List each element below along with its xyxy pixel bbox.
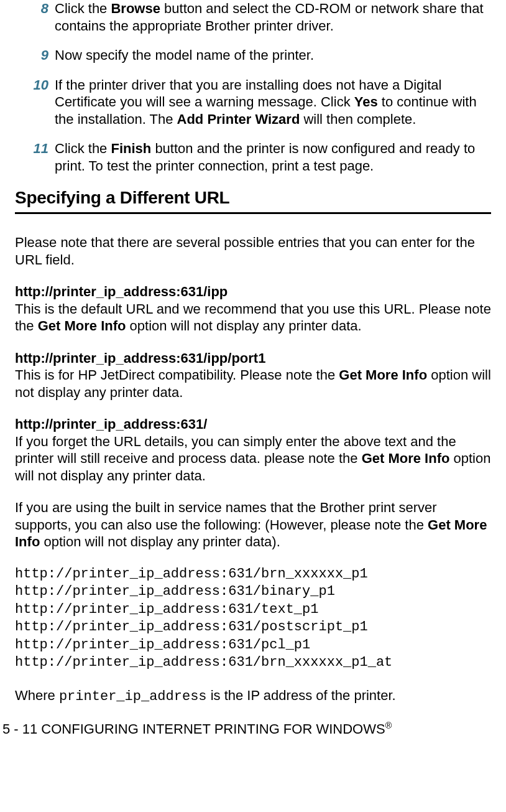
where-code: printer_ip_address (59, 689, 207, 704)
step-number: 8 (25, 0, 55, 34)
url-block-root: http://printer_ip_address:631/ If you fo… (15, 416, 491, 484)
step-9: 9 Now specify the model name of the prin… (25, 47, 491, 64)
builtin-note: If you are using the built in service na… (15, 499, 491, 551)
heading-rule (15, 212, 491, 214)
step-text: Now specify the model name of the printe… (55, 47, 491, 64)
code-line: http://printer_ip_address:631/brn_xxxxxx… (15, 566, 368, 582)
url-title: http://printer_ip_address:631/ipp (15, 283, 491, 301)
url-block-ipp: http://printer_ip_address:631/ipp This i… (15, 283, 491, 335)
code-line: http://printer_ip_address:631/postscript… (15, 619, 368, 635)
step-10: 10 If the printer driver that you are in… (25, 77, 491, 128)
code-line: http://printer_ip_address:631/pcl_p1 (15, 637, 310, 653)
intro-paragraph: Please note that there are several possi… (15, 234, 491, 268)
step-8: 8 Click the Browse button and select the… (25, 0, 491, 34)
url-title: http://printer_ip_address:631/ (15, 416, 491, 433)
step-11: 11 Click the Finish button and the print… (25, 140, 491, 174)
url-code-block: http://printer_ip_address:631/brn_xxxxxx… (15, 566, 491, 673)
step-number: 11 (25, 140, 55, 174)
section-heading: Specifying a Different URL (15, 187, 491, 208)
where-suffix: is the IP address of the printer. (207, 688, 396, 703)
url-title: http://printer_ip_address:631/ipp/port1 (15, 350, 491, 367)
where-note: Where printer_ip_address is the IP addre… (15, 687, 491, 706)
page-footer: 5 - 11 CONFIGURING INTERNET PRINTING FOR… (2, 721, 491, 738)
step-number: 9 (25, 47, 55, 64)
step-list: 8 Click the Browse button and select the… (15, 0, 491, 174)
where-prefix: Where (15, 688, 59, 703)
step-text: Click the Finish button and the printer … (55, 140, 491, 174)
code-line: http://printer_ip_address:631/text_p1 (15, 602, 318, 617)
url-description: This is for HP JetDirect compatibility. … (15, 366, 491, 401)
url-block-port1: http://printer_ip_address:631/ipp/port1 … (15, 350, 491, 401)
code-line: http://printer_ip_address:631/brn_xxxxxx… (15, 655, 392, 670)
step-text: Click the Browse button and select the C… (55, 0, 491, 34)
url-description: If you forget the URL details, you can s… (15, 433, 491, 485)
step-number: 10 (25, 77, 55, 128)
footer-text: 5 - 11 CONFIGURING INTERNET PRINTING FOR… (2, 721, 385, 737)
step-text: If the printer driver that you are insta… (55, 77, 491, 128)
registered-mark: ® (385, 721, 392, 730)
code-line: http://printer_ip_address:631/binary_p1 (15, 584, 335, 599)
url-description: This is the default URL and we recommend… (15, 301, 491, 335)
